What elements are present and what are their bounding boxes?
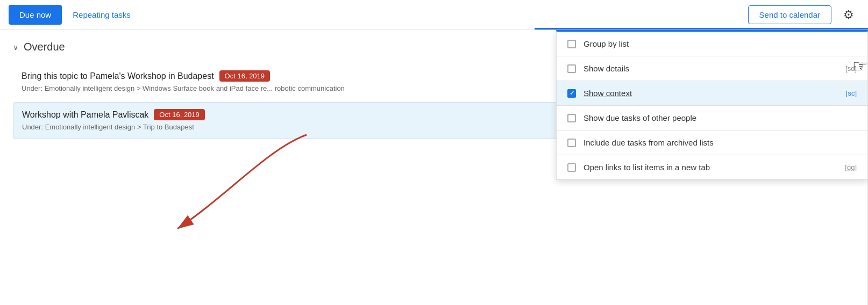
tab-repeating[interactable]: Repeating tasks xyxy=(62,5,141,25)
main-content: ∨ Overdue Bring this topic to Pamela's W… xyxy=(0,30,868,305)
dropdown-item-new-tab[interactable]: Open links to list items in a new tab [g… xyxy=(557,155,867,179)
shortcut-show-details: [sd] xyxy=(845,64,857,72)
task-name-text: Workshop with Pamela Pavliscak xyxy=(22,110,148,120)
checkbox-new-tab[interactable] xyxy=(567,163,576,172)
task-date-badge: Oct 16, 2019 xyxy=(154,109,204,120)
task-name-text: Bring this topic to Pamela's Workshop in… xyxy=(22,71,214,81)
app-header: Due now Repeating tasks Send to calendar… xyxy=(0,0,868,30)
checkbox-archived-lists[interactable] xyxy=(567,139,576,147)
settings-button[interactable]: ⚙ xyxy=(838,4,859,26)
gear-icon: ⚙ xyxy=(843,8,854,22)
overdue-title: Overdue xyxy=(24,41,65,53)
dropdown-item-archived-lists[interactable]: Include due tasks from archived lists xyxy=(557,130,867,155)
checkbox-group-by-list[interactable] xyxy=(567,40,576,48)
checkbox-show-due-other[interactable] xyxy=(567,114,576,122)
dropdown-item-group-by-list[interactable]: Group by list xyxy=(557,32,867,56)
dropdown-label-show-due-other: Show due tasks of other people xyxy=(584,113,857,122)
task-date-badge: Oct 16, 2019 xyxy=(219,70,270,82)
chevron-icon[interactable]: ∨ xyxy=(13,43,18,52)
checkbox-show-details[interactable] xyxy=(567,64,576,73)
send-to-calendar-button[interactable]: Send to calendar xyxy=(748,5,831,24)
shortcut-show-context: [sc] xyxy=(846,89,857,97)
settings-dropdown: Group by list Show details [sd] Show con… xyxy=(556,30,868,180)
dropdown-item-show-details[interactable]: Show details [sd] xyxy=(557,56,867,81)
header-right: Send to calendar ⚙ xyxy=(748,4,859,26)
dropdown-label-show-context: Show context xyxy=(584,89,838,98)
dropdown-label-group-by-list: Group by list xyxy=(584,39,857,48)
dropdown-item-show-context[interactable]: Show context [sc] xyxy=(557,81,867,105)
tab-due-now[interactable]: Due now xyxy=(9,5,62,25)
shortcut-new-tab: [gg] xyxy=(845,163,857,171)
dropdown-label-archived-lists: Include due tasks from archived lists xyxy=(584,138,857,147)
dropdown-item-show-due-other[interactable]: Show due tasks of other people xyxy=(557,106,867,130)
dropdown-label-show-details: Show details xyxy=(584,64,838,73)
dropdown-label-new-tab: Open links to list items in a new tab xyxy=(584,163,837,172)
checkbox-show-context[interactable] xyxy=(567,89,576,98)
blue-underline xyxy=(535,28,868,30)
